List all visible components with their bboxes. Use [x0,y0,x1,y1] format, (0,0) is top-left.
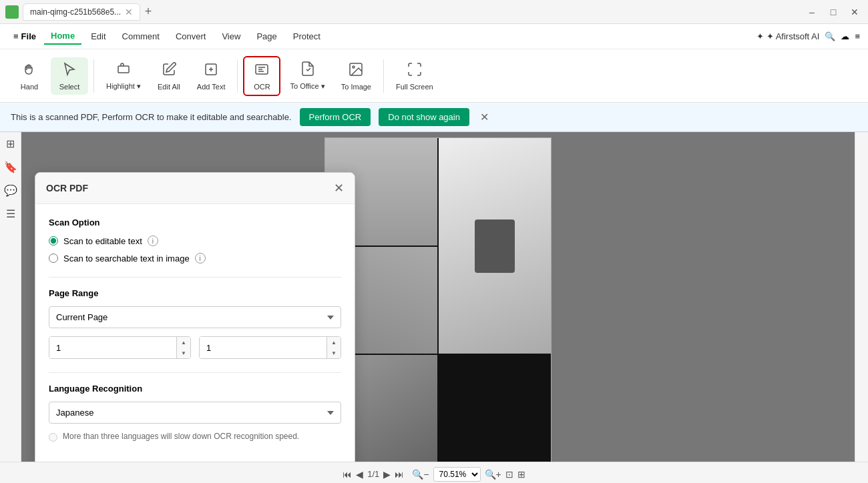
notification-bar: This is a scanned PDF, Perform OCR to ma… [0,103,868,132]
add-text-icon [203,61,219,80]
edit-all-label: Edit All [158,83,180,91]
full-screen-label: Full Screen [396,83,433,91]
close-button[interactable]: ✕ [847,4,863,20]
separator-3 [383,59,384,93]
hamburger-icon: ≡ [13,31,19,41]
menu-view[interactable]: View [215,29,247,44]
first-page-button[interactable]: ⏮ [343,469,352,480]
separator-1 [93,59,94,93]
highlight-tool-button[interactable]: Highlight ▾ [99,57,148,95]
ocr-icon [254,61,270,80]
info-icon-searchable[interactable]: i [195,253,206,264]
radio-editable-text: Scan to editable text i [49,235,341,246]
page-range-title: Page Range [49,288,341,298]
to-office-button[interactable]: To Office ▾ [283,57,331,95]
maximize-button[interactable]: □ [825,4,841,20]
cloud-icon[interactable]: ☁ [841,31,849,41]
page-number-inputs: ▲ ▼ ▲ ▼ [49,336,341,359]
zoom-select[interactable]: 70.51% 50% 75% 100% 125% [433,467,481,482]
search-button[interactable]: 🔍 [825,31,835,41]
sidebar-comment-icon[interactable]: 💬 [4,184,17,197]
to-image-button[interactable]: To Image [335,57,378,95]
do-not-show-button[interactable]: Do not show again [379,108,469,126]
lang-title: Language Recognition [49,384,341,394]
left-sidebar: ⊞ 🔖 💬 ☰ [0,132,21,462]
tab-close-btn[interactable]: ✕ [125,7,133,17]
dialog-overlay: OCR PDF ✕ Scan Option Scan to editable t… [21,132,855,462]
file-menu[interactable]: ≡ File [8,29,41,44]
highlight-icon [116,61,132,79]
titlebar: main-qimg-c251b568e5... ✕ + – □ ✕ [0,0,868,24]
radio-editable-input[interactable] [49,236,58,246]
language-select[interactable]: Japanese English Chinese Korean French G… [49,402,341,424]
page-info-label: 1/1 [367,469,379,479]
warning-text: More than three languages will slow down… [63,432,299,441]
panel-toggle-icon[interactable]: ≡ [855,31,860,41]
hand-icon [21,61,37,80]
hand-label: Hand [21,83,38,91]
menu-home[interactable]: Home [44,28,81,45]
hand-tool-button[interactable]: Hand [11,57,48,95]
ai-button[interactable]: ✦ ✦ Afirstsoft AI [756,31,820,41]
page-from-wrap: ▲ ▼ [49,336,191,359]
bottom-bar: ⏮ ◀ 1/1 ▶ ⏭ 🔍− 70.51% 50% 75% 100% 125% … [0,462,868,483]
from-spinner-up[interactable]: ▲ [177,337,190,348]
ai-label: ✦ Afirstsoft AI [767,31,820,41]
fit-width-button[interactable]: ⊡ [505,469,513,480]
radio-editable-label: Scan to editable text [63,236,142,246]
window-controls: – □ ✕ [804,4,863,20]
zoom-out-button[interactable]: 🔍− [412,469,429,480]
warning-row: More than three languages will slow down… [49,432,341,442]
page-to-input[interactable] [200,337,327,358]
to-spinner-down[interactable]: ▼ [327,348,341,358]
ocr-tool-button[interactable]: OCR [243,56,280,96]
menu-edit[interactable]: Edit [84,29,112,44]
file-label: File [21,31,36,41]
browser-tab[interactable]: main-qimg-c251b568e5... ✕ [23,3,140,21]
info-icon-editable[interactable]: i [148,235,158,246]
separator-2 [237,59,238,93]
full-screen-icon [407,61,423,80]
content-area: OCR PDF ✕ Scan Option Scan to editable t… [21,132,855,462]
dialog-close-button[interactable]: ✕ [334,181,344,195]
last-page-button[interactable]: ⏭ [395,469,404,480]
page-range-select[interactable]: Current Page All Pages Custom Range [49,306,341,328]
toolbar: Hand Select Highlight ▾ Edit All Add Tex… [0,49,868,103]
dialog-title: OCR PDF [46,183,88,193]
new-tab-button[interactable]: + [140,4,156,20]
from-spinner-down[interactable]: ▼ [177,348,190,358]
prev-page-button[interactable]: ◀ [356,469,363,480]
minimize-button[interactable]: – [804,4,820,20]
notification-text: This is a scanned PDF, Perform OCR to ma… [11,112,292,122]
radio-searchable-input[interactable] [49,254,58,263]
notification-perform-ocr-button[interactable]: Perform OCR [300,108,371,126]
menu-convert[interactable]: Convert [169,29,213,44]
app-icon [5,5,19,19]
to-office-icon [300,61,316,79]
ai-star-icon: ✦ [756,31,764,41]
next-page-button[interactable]: ▶ [383,469,391,480]
select-tool-button[interactable]: Select [51,57,88,95]
sidebar-layers-icon[interactable]: ☰ [6,207,15,220]
notification-close-button[interactable]: ✕ [480,111,489,123]
menu-page[interactable]: Page [250,29,283,44]
warning-radio [49,433,57,442]
fit-page-button[interactable]: ⊞ [517,469,525,480]
zoom-area: 🔍− 70.51% 50% 75% 100% 125% 🔍+ ⊡ ⊞ [412,467,525,482]
right-sidebar [855,132,868,462]
zoom-in-button[interactable]: 🔍+ [485,469,501,480]
scan-option-title: Scan Option [49,217,341,227]
sidebar-bookmark-icon[interactable]: 🔖 [4,161,17,173]
full-screen-button[interactable]: Full Screen [389,57,440,95]
add-text-button[interactable]: Add Text [190,57,232,95]
scan-option-group: Scan to editable text i Scan to searchab… [49,235,341,264]
edit-all-button[interactable]: Edit All [150,57,188,95]
to-spinners: ▲ ▼ [327,337,341,358]
menu-protect[interactable]: Protect [286,29,327,44]
page-to-wrap: ▲ ▼ [199,336,341,359]
ocr-label: OCR [254,83,270,91]
menu-comment[interactable]: Comment [116,29,166,44]
page-from-input[interactable] [49,337,176,358]
to-spinner-up[interactable]: ▲ [327,337,341,348]
sidebar-home-icon[interactable]: ⊞ [6,137,15,150]
